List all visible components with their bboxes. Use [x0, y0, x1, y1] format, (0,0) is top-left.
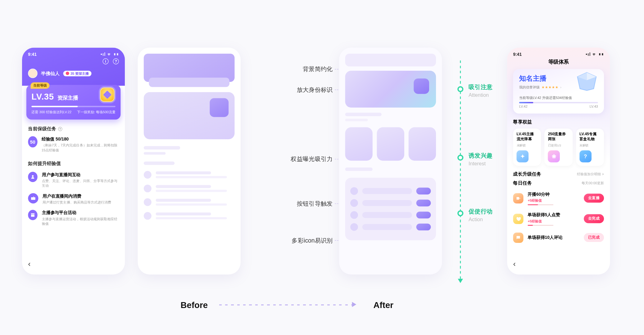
task-icon	[513, 232, 523, 243]
task-row: 开播60分钟+5经验值去直播	[513, 188, 604, 208]
back-icon[interactable]: ‹	[513, 260, 515, 269]
growth-more-link[interactable]: 经验值加分明细 >	[577, 172, 604, 176]
header-icons: i ?	[22, 57, 125, 67]
aw-hero	[345, 71, 436, 108]
progress-left: 还需 300 经验值达到LV.22	[31, 110, 71, 114]
perk-status: 未解锁	[579, 143, 601, 148]
task-line2: （剩余7天，7天内完成任务）如未完成，则将扣除15点经验值	[42, 143, 119, 152]
label-after: After	[374, 300, 393, 310]
way-item: 用户参与直播间互动点赞、关注、评论、连麦、问答、分享等方式参与互动	[28, 172, 119, 188]
task-title: 当前保级任务	[28, 126, 56, 132]
current-level-tag: 当前等级	[31, 82, 50, 89]
perk-title: LV.45主播流光弹幕	[517, 132, 538, 141]
help-icon[interactable]: ?	[58, 127, 62, 131]
phone-before-content: 9:41 •ıl ᯤ ▮▮ i ? 半佛仙人 35 资深主播 当前等级 LV.3…	[22, 48, 125, 275]
task-section: 当前保级任务 ? 50 经验值 50/180 （剩余7天，7天内完成任务）如未完…	[22, 119, 125, 154]
aw-badge	[414, 78, 429, 94]
info-icon[interactable]: i	[102, 58, 108, 64]
p1-header: 9:41 •ıl ᯤ ▮▮ i ? 半佛仙人 35 资深主播	[22, 48, 125, 86]
task-reward: +5经验值	[528, 219, 579, 223]
perk-icon: ✦	[517, 150, 529, 162]
stage-dot	[457, 210, 463, 216]
level-card: 当前等级 LV.35 资深主播 还需 300 经验值达到LV.22 下一级奖励:…	[26, 85, 121, 120]
arrow-icon	[352, 302, 356, 307]
identity-card: 知名主播 我的信誉评级 ★★★★★ › 当前等级LV.42 升级还需534经验值…	[513, 69, 604, 114]
stage-dot	[457, 155, 463, 161]
callout: 背景简约化	[269, 66, 333, 74]
task-line1: 经验值 50/180	[42, 136, 119, 142]
daily-section: 每日任务 每天00:00更新 开播60分钟+5经验值去直播单场获得5人点赞+5经…	[507, 177, 610, 246]
way-title: 用户参与直播间互动	[42, 172, 119, 178]
callout: 权益曝光吸引力	[262, 155, 333, 163]
perk-title: 250流量券两张	[548, 132, 569, 141]
task-icon	[513, 213, 523, 224]
perk-icon: ❀	[548, 150, 560, 162]
task-button[interactable]: 已完成	[584, 233, 604, 242]
perk-card[interactable]: LV.45专属盲盒礼物未解锁?	[576, 128, 604, 165]
crystal-shield-icon	[575, 72, 599, 91]
how-title: 如何提升经验值	[28, 160, 61, 167]
wf-list	[144, 162, 235, 220]
perk-card[interactable]: LV.45主播流光弹幕未解锁✦	[513, 128, 541, 165]
perk-status: 已使用1/2	[548, 143, 569, 148]
star-icon: ★★★★★	[542, 85, 559, 89]
growth-section: 成长升级任务 经验值加分明细 >	[507, 166, 610, 177]
how-section: 如何提升经验值 用户参与直播间互动点赞、关注、评论、连麦、问答、分享等方式参与互…	[22, 154, 125, 228]
phone-after-content: 9:41 •ıl ᯤ ▮▮ 等级体系 知名主播 我的信誉评级 ★★★★★ › 当…	[507, 48, 610, 275]
aida-line	[460, 60, 461, 279]
way-sub: 用户通过打赏主播、购买商品等方式进行消费	[43, 200, 111, 205]
perks-title: 尊享权益	[513, 119, 532, 125]
stage-dot	[457, 86, 463, 92]
way-sub: 主播参与直播运营活动，根据活动规则获取相应经验值	[42, 217, 119, 226]
wf-level-card	[144, 92, 235, 139]
user-level-badge: 35 资深主播	[63, 70, 91, 76]
way-title: 主播参与平台活动	[42, 210, 119, 216]
progress-right: 下一级奖励: 每场500流量	[77, 110, 116, 114]
task-button[interactable]: 去直播	[584, 194, 604, 203]
status-icons: •ıl ᯤ ▮▮	[101, 52, 119, 56]
aw-perks	[345, 127, 436, 161]
back-icon[interactable]: ‹	[28, 260, 30, 269]
daily-more: 每天00:00更新	[582, 181, 604, 185]
way-sub: 点赞、关注、评论、连麦、问答、分享等方式参与互动	[42, 179, 119, 188]
status-bar: 9:41 •ıl ᯤ ▮▮	[507, 48, 610, 58]
aw-header	[345, 54, 436, 66]
label-before: Before	[181, 300, 208, 310]
phone-after-wireframe	[339, 48, 442, 275]
status-bar: 9:41 •ıl ᯤ ▮▮	[22, 48, 125, 58]
way-icon	[28, 172, 38, 182]
perks-section: 尊享权益 LV.45主播流光弹幕未解锁✦250流量券两张已使用1/2❀LV.45…	[507, 114, 610, 166]
task-button[interactable]: 去完成	[584, 214, 604, 223]
perk-status: 未解锁	[517, 143, 538, 148]
aw-tasklist	[345, 178, 436, 240]
task-row: 单场获得5人点赞+5经验值去完成	[513, 208, 604, 229]
level-progress	[31, 106, 115, 107]
avatar[interactable]	[28, 69, 37, 78]
phone-before-wireframe	[138, 48, 241, 275]
stage-label: 诱发兴趣Interest	[469, 152, 492, 167]
perk-card[interactable]: 250流量券两张已使用1/2❀	[545, 128, 573, 165]
growth-title: 成长升级任务	[513, 171, 541, 177]
stage-label: 吸引注意Attention	[469, 84, 492, 98]
diamond-icon	[100, 87, 115, 102]
daily-title: 每日任务	[513, 180, 532, 186]
task-number: 50	[28, 136, 37, 147]
way-icon	[28, 193, 38, 203]
status-time: 9:41	[28, 52, 37, 56]
progress-text: 当前等级LV.42 升级还需534经验值	[519, 96, 598, 100]
task-title: 开播60分钟	[528, 191, 579, 197]
aida-arrow-icon	[458, 279, 463, 283]
task-icon	[513, 193, 523, 203]
flow-arrow	[219, 305, 352, 306]
help-icon[interactable]: ?	[113, 58, 119, 64]
page-title: 等级体系	[507, 57, 610, 69]
task-reward: +5经验值	[528, 198, 579, 203]
callout: 放大身份标识	[269, 86, 333, 94]
status-icons: •ıl ᯤ ▮▮	[586, 52, 604, 56]
username: 半佛仙人	[41, 70, 60, 77]
level-name: 资深主播	[57, 94, 78, 101]
task-title: 单场获得5人点赞	[528, 212, 579, 218]
status-time: 9:41	[513, 52, 522, 56]
callout: 多彩icon易识别	[260, 237, 333, 245]
wf-tabbar	[149, 78, 229, 87]
